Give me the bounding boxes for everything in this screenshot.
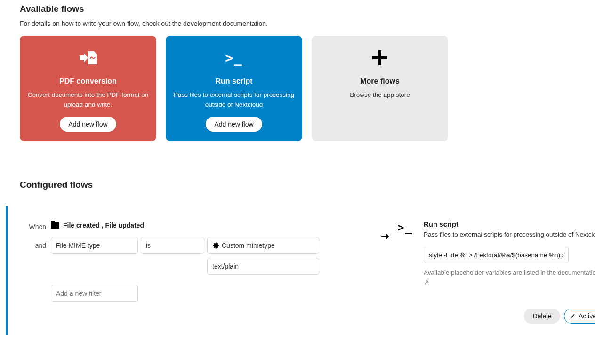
card-title: More flows xyxy=(360,77,400,86)
add-new-flow-button[interactable]: Add new flow xyxy=(206,117,262,132)
mimetype-value-input[interactable] xyxy=(207,258,319,275)
add-new-flow-button[interactable]: Add new flow xyxy=(60,117,116,132)
card-desc: Convert documents into the PDF format on… xyxy=(27,90,149,110)
svg-point-0 xyxy=(91,57,93,58)
svg-rect-2 xyxy=(372,56,387,59)
card-desc: Pass files to external scripts for proce… xyxy=(173,90,295,110)
flow-card-more[interactable]: More flows Browse the app store xyxy=(312,36,448,141)
operator-select[interactable]: is xyxy=(141,237,204,254)
check-icon: ✓ xyxy=(570,312,576,320)
delete-button[interactable]: Delete xyxy=(524,309,560,324)
flow-card-script: >_ Run script Pass files to external scr… xyxy=(166,36,302,141)
flow-card-pdf: PDF conversion Convert documents into th… xyxy=(20,36,156,141)
flow-events[interactable]: File created , File updated xyxy=(63,222,144,229)
and-label: and xyxy=(24,237,46,249)
action-title: Run script xyxy=(424,220,595,228)
gear-icon xyxy=(212,242,220,249)
action-desc: Pass files to external scripts for proce… xyxy=(424,230,595,239)
placeholder-help-text[interactable]: Available placeholder variables are list… xyxy=(424,268,595,288)
card-title: Run script xyxy=(215,77,252,86)
terminal-icon: >_ xyxy=(225,47,243,69)
available-flows-title: Available flows xyxy=(20,4,575,14)
script-command-input[interactable] xyxy=(424,247,569,263)
custom-mimetype-label: Custom mimetype xyxy=(222,242,275,249)
configured-flow-item: When File created , File updated and Fil… xyxy=(6,206,595,335)
mime-type-select[interactable]: File MIME type xyxy=(51,237,138,254)
terminal-icon: >_ xyxy=(397,220,417,234)
pdf-icon xyxy=(76,47,100,69)
card-desc: Browse the app store xyxy=(350,90,410,100)
card-title: PDF conversion xyxy=(59,77,117,86)
plus-icon xyxy=(370,47,389,69)
active-toggle-button[interactable]: ✓ Active xyxy=(564,309,595,324)
when-label: When xyxy=(24,220,46,230)
arrow-icon xyxy=(380,220,391,324)
active-label: Active xyxy=(579,312,595,320)
folder-icon xyxy=(51,222,59,229)
flow-cards: PDF conversion Convert documents into th… xyxy=(20,36,575,141)
custom-mimetype-select[interactable]: Custom mimetype xyxy=(207,237,319,254)
available-flows-subtitle: For details on how to write your own flo… xyxy=(20,20,575,27)
configured-flows-title: Configured flows xyxy=(20,180,575,190)
add-filter-input[interactable] xyxy=(51,285,138,302)
